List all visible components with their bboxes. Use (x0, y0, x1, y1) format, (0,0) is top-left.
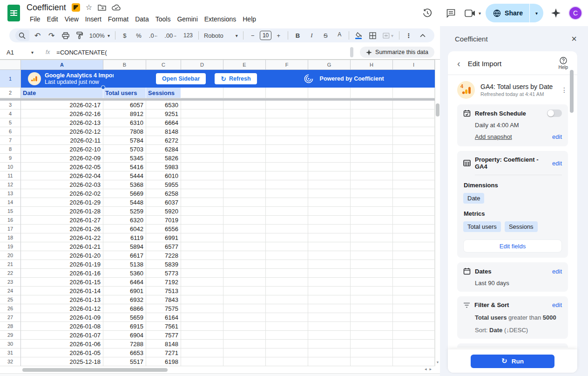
cell-empty[interactable] (308, 163, 351, 171)
document-title[interactable]: Coefficient (27, 3, 66, 13)
dates-edit-link[interactable]: edit (552, 268, 562, 275)
cell-sessions[interactable]: 6530 (146, 101, 181, 109)
cell-total-users[interactable]: 5444 (103, 171, 146, 180)
cell-empty[interactable] (181, 198, 223, 207)
cell-date[interactable]: 2026-02-04 (21, 171, 103, 180)
cell-empty[interactable] (308, 189, 351, 198)
cell-empty[interactable] (223, 154, 266, 163)
font-select[interactable]: Roboto ▾ (201, 32, 241, 39)
run-button[interactable]: ↻ Run (471, 355, 554, 368)
row-header-32[interactable]: 32 (0, 357, 21, 366)
cell-sessions[interactable]: 6284 (146, 145, 181, 154)
menu-item-insert[interactable]: Insert (82, 14, 105, 24)
cell-empty[interactable] (266, 287, 308, 295)
row-header-16[interactable]: 16 (0, 216, 21, 225)
cell-empty[interactable] (351, 313, 393, 322)
cell-empty[interactable] (181, 171, 223, 180)
cell-empty[interactable] (308, 225, 351, 233)
menu-item-tools[interactable]: Tools (152, 14, 174, 24)
cell-empty[interactable] (308, 357, 351, 366)
column-header-F[interactable]: F (266, 60, 308, 70)
cell-empty[interactable] (223, 233, 266, 242)
cell-total-users[interactable]: 5360 (103, 269, 146, 278)
cell-empty[interactable] (181, 189, 223, 198)
cell-empty[interactable] (223, 287, 266, 295)
cell-empty[interactable] (393, 225, 435, 233)
cell-empty[interactable] (223, 278, 266, 287)
cell-empty[interactable] (393, 357, 435, 366)
cell-sessions[interactable]: 7228 (146, 251, 181, 260)
cell-date[interactable]: 2026-01-19 (21, 260, 103, 269)
cell-empty[interactable] (223, 295, 266, 304)
cell-total-users[interactable]: 6042 (103, 225, 146, 233)
column-header-E[interactable]: E (223, 60, 266, 70)
cell-empty[interactable] (393, 163, 435, 171)
cell-date[interactable]: 2025-12-18 (21, 357, 103, 366)
cell-empty[interactable] (351, 287, 393, 295)
row-header-25[interactable]: 25 (0, 295, 21, 304)
row-header-2[interactable]: 2 (0, 88, 21, 98)
cell-empty[interactable] (393, 109, 435, 118)
cell-empty[interactable] (393, 287, 435, 295)
cell-empty[interactable] (351, 216, 393, 225)
cell-empty[interactable] (308, 145, 351, 154)
borders-button[interactable] (367, 30, 378, 41)
row-header-8[interactable]: 8 (0, 145, 21, 154)
row-header-26[interactable]: 26 (0, 304, 21, 313)
cell-empty[interactable] (223, 242, 266, 251)
cell-empty[interactable] (351, 260, 393, 269)
cell-date[interactable]: 2026-02-13 (21, 118, 103, 127)
cell-empty[interactable] (393, 269, 435, 278)
vertical-scrollbar-thumb[interactable] (436, 103, 439, 116)
cell-sessions[interactable]: 6664 (146, 118, 181, 127)
cell-empty[interactable] (266, 322, 308, 331)
cell-total-users[interactable]: 5259 (103, 207, 146, 216)
header-cell-date[interactable]: Date (21, 88, 103, 98)
cell-empty[interactable] (393, 349, 435, 357)
cell-empty[interactable] (393, 251, 435, 260)
cell-empty[interactable] (266, 163, 308, 171)
cell-empty[interactable] (266, 278, 308, 287)
empty-header-cell[interactable] (223, 88, 266, 98)
menu-item-help[interactable]: Help (239, 14, 259, 24)
cell-empty[interactable] (266, 233, 308, 242)
fill-color-button[interactable] (353, 30, 364, 41)
cell-sessions[interactable]: 6272 (146, 136, 181, 145)
name-box[interactable]: A1 ▾ (0, 49, 37, 56)
cell-total-users[interactable]: 6119 (103, 233, 146, 242)
cell-empty[interactable] (266, 295, 308, 304)
scroll-left-arrow[interactable]: ◂ (425, 367, 427, 371)
cell-total-users[interactable]: 5703 (103, 145, 146, 154)
cell-empty[interactable] (351, 242, 393, 251)
cell-empty[interactable] (223, 304, 266, 313)
cell-empty[interactable] (181, 136, 223, 145)
cell-empty[interactable] (223, 189, 266, 198)
cell-empty[interactable] (223, 118, 266, 127)
cell-empty[interactable] (266, 269, 308, 278)
cell-sessions[interactable]: 5983 (146, 163, 181, 171)
cell-sessions[interactable]: 6010 (146, 171, 181, 180)
cell-empty[interactable] (351, 304, 393, 313)
cell-empty[interactable] (223, 109, 266, 118)
panel-drag-handle[interactable] (350, 47, 353, 57)
cell-empty[interactable] (266, 251, 308, 260)
column-header-A[interactable]: A (21, 60, 103, 70)
cell-empty[interactable] (351, 225, 393, 233)
cell-empty[interactable] (181, 242, 223, 251)
cell-empty[interactable] (181, 278, 223, 287)
more-formats-button[interactable]: 123 (182, 30, 195, 41)
cell-empty[interactable] (351, 127, 393, 136)
cell-empty[interactable] (393, 127, 435, 136)
row-header-6[interactable]: 6 (0, 127, 21, 136)
cell-empty[interactable] (351, 163, 393, 171)
cell-empty[interactable] (308, 260, 351, 269)
cell-date[interactable]: 2026-01-09 (21, 313, 103, 322)
cell-date[interactable]: 2026-02-11 (21, 136, 103, 145)
cell-empty[interactable] (266, 349, 308, 357)
property-edit-link[interactable]: edit (552, 160, 562, 167)
cell-empty[interactable] (393, 198, 435, 207)
cell-empty[interactable] (351, 145, 393, 154)
cell-empty[interactable] (351, 207, 393, 216)
empty-header-cell[interactable] (266, 88, 308, 98)
cell-empty[interactable] (181, 109, 223, 118)
